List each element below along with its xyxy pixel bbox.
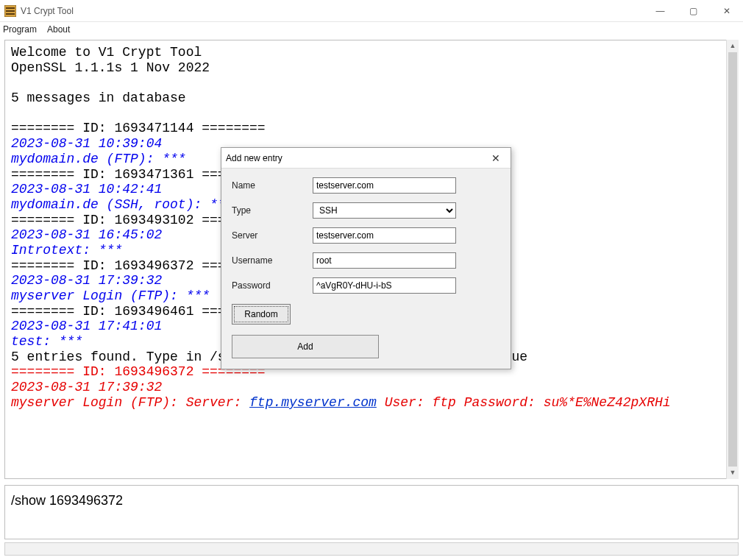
svg-rect-3 [6,13,15,15]
type-select[interactable]: SSH [313,202,456,219]
add-button[interactable]: Add [232,335,379,358]
command-input-text: /show 1693496372 [11,493,123,508]
dialog-close-button[interactable]: ✕ [486,152,506,164]
dialog-titlebar[interactable]: Add new entry ✕ [221,148,511,169]
server-input[interactable] [313,227,456,244]
window-title: V1 Crypt Tool [21,6,74,16]
command-input[interactable]: /show 1693496372 [4,485,739,539]
app-icon [4,5,16,17]
username-input[interactable] [313,252,456,269]
password-label: Password [232,280,313,291]
show-result-line: myserver Login (FTP): Server: ftp.myserv… [11,395,671,410]
add-entry-dialog: Add new entry ✕ Name Type SSH Server Use… [221,147,511,369]
svg-rect-1 [6,7,15,9]
output-scrollbar[interactable]: ▲ ▼ [726,40,739,479]
window-titlebar: V1 Crypt Tool — ▢ ✕ [0,0,743,22]
dialog-title: Add new entry [226,153,486,163]
ftp-link[interactable]: ftp.myserver.com [249,395,377,410]
random-button[interactable]: Random [232,304,291,325]
name-label: Name [232,180,313,191]
close-button[interactable]: ✕ [710,0,743,22]
svg-rect-2 [6,10,15,12]
menubar: Program About [0,22,743,37]
name-input[interactable] [313,177,456,194]
status-bar [4,542,739,556]
scroll-up-icon[interactable]: ▲ [727,40,739,52]
type-label: Type [232,205,313,216]
scroll-down-icon[interactable]: ▼ [727,467,739,479]
menu-program[interactable]: Program [3,24,37,35]
menu-about[interactable]: About [47,24,70,35]
minimize-button[interactable]: — [644,0,677,22]
username-label: Username [232,255,313,266]
maximize-button[interactable]: ▢ [677,0,710,22]
password-input[interactable] [313,277,456,294]
server-label: Server [232,230,313,241]
scroll-thumb[interactable] [728,52,737,467]
